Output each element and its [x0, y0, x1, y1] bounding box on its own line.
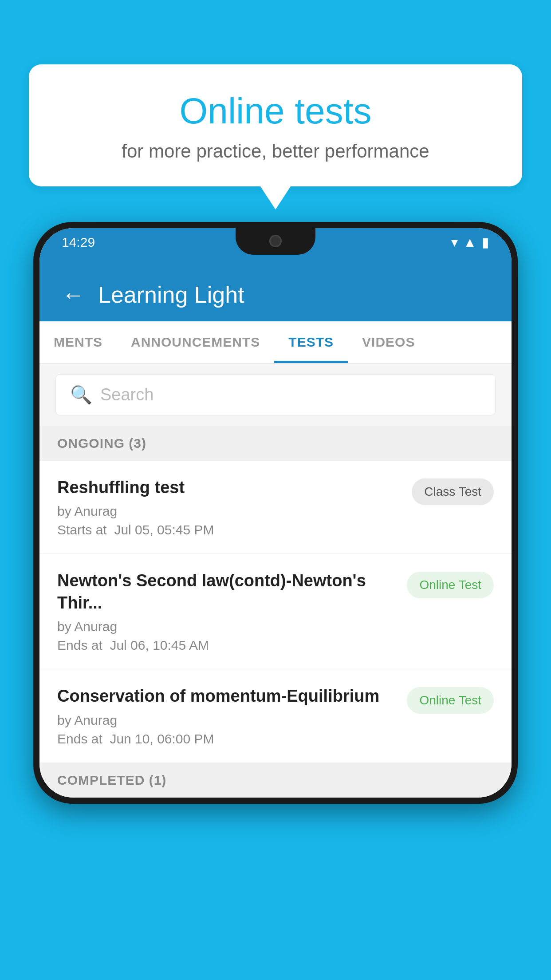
test-author: by Anurag — [57, 619, 396, 634]
bubble-subtitle: for more practice, better performance — [64, 141, 487, 162]
test-item[interactable]: Reshuffling test by Anurag Starts at Jul… — [39, 461, 512, 554]
signal-icon: ▲ — [463, 235, 476, 250]
battery-icon: ▮ — [482, 234, 489, 250]
test-list: Reshuffling test by Anurag Starts at Jul… — [39, 461, 512, 763]
test-time: Starts at Jul 05, 05:45 PM — [57, 522, 401, 537]
wifi-icon: ▾ — [451, 234, 458, 250]
test-item[interactable]: Newton's Second law(contd)-Newton's Thir… — [39, 554, 512, 669]
search-icon: 🔍 — [70, 384, 92, 405]
search-placeholder: Search — [100, 385, 153, 404]
test-info: Reshuffling test by Anurag Starts at Jul… — [57, 477, 412, 537]
test-author: by Anurag — [57, 713, 396, 728]
speech-bubble-container: Online tests for more practice, better p… — [29, 64, 522, 186]
test-time: Ends at Jun 10, 06:00 PM — [57, 731, 396, 747]
test-name: Conservation of momentum-Equilibrium — [57, 685, 396, 707]
notch — [236, 228, 315, 255]
tab-ments[interactable]: MENTS — [39, 321, 117, 363]
test-author: by Anurag — [57, 504, 401, 519]
search-container: 🔍 Search — [39, 364, 512, 426]
app-title: Learning Light — [98, 281, 244, 308]
status-time: 14:29 — [62, 235, 95, 250]
search-box[interactable]: 🔍 Search — [55, 374, 496, 415]
badge-online-test: Online Test — [407, 687, 494, 714]
tabs-container: MENTS ANNOUNCEMENTS TESTS VIDEOS — [39, 321, 512, 364]
tab-tests[interactable]: TESTS — [274, 321, 348, 363]
speech-bubble: Online tests for more practice, better p… — [29, 64, 522, 186]
bubble-title: Online tests — [64, 91, 487, 131]
test-name: Reshuffling test — [57, 477, 401, 498]
ongoing-section-header: ONGOING (3) — [39, 426, 512, 461]
phone-outer: 14:29 ▾ ▲ ▮ ← Learning Light — [33, 222, 518, 804]
camera — [269, 235, 282, 247]
test-info: Conservation of momentum-Equilibrium by … — [57, 685, 407, 746]
test-time: Ends at Jul 06, 10:45 AM — [57, 638, 396, 653]
back-button[interactable]: ← — [62, 283, 85, 306]
app-header: ← Learning Light — [39, 268, 512, 321]
test-name: Newton's Second law(contd)-Newton's Thir… — [57, 570, 396, 614]
phone-mockup: 14:29 ▾ ▲ ▮ ← Learning Light — [33, 222, 518, 804]
completed-section-header: COMPLETED (1) — [39, 763, 512, 798]
test-info: Newton's Second law(contd)-Newton's Thir… — [57, 570, 407, 653]
notch-area: 14:29 ▾ ▲ ▮ — [39, 228, 512, 268]
tab-announcements[interactable]: ANNOUNCEMENTS — [117, 321, 274, 363]
status-icons: ▾ ▲ ▮ — [451, 234, 489, 250]
phone-inner: 14:29 ▾ ▲ ▮ ← Learning Light — [39, 228, 512, 798]
badge-online-test: Online Test — [407, 572, 494, 598]
tab-videos[interactable]: VIDEOS — [348, 321, 429, 363]
badge-class-test: Class Test — [412, 478, 494, 505]
test-item[interactable]: Conservation of momentum-Equilibrium by … — [39, 669, 512, 763]
